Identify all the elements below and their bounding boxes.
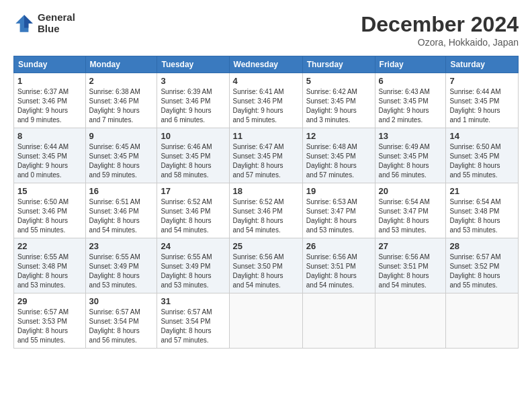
logo-icon <box>13 13 35 34</box>
calendar-cell: 21Sunrise: 6:54 AM Sunset: 3:48 PM Dayli… <box>446 183 519 238</box>
day-detail: Sunrise: 6:54 AM Sunset: 3:48 PM Dayligh… <box>449 197 515 235</box>
day-number: 15 <box>17 186 82 196</box>
calendar-cell: 18Sunrise: 6:52 AM Sunset: 3:46 PM Dayli… <box>229 183 302 238</box>
day-detail: Sunrise: 6:49 AM Sunset: 3:45 PM Dayligh… <box>379 142 443 180</box>
calendar-cell: 17Sunrise: 6:52 AM Sunset: 3:46 PM Dayli… <box>157 183 229 238</box>
calendar-cell: 7Sunrise: 6:44 AM Sunset: 3:45 PM Daylig… <box>446 73 519 128</box>
day-detail: Sunrise: 6:54 AM Sunset: 3:47 PM Dayligh… <box>379 197 443 235</box>
col-friday: Friday <box>375 56 446 73</box>
day-detail: Sunrise: 6:46 AM Sunset: 3:45 PM Dayligh… <box>161 142 225 180</box>
day-detail: Sunrise: 6:44 AM Sunset: 3:45 PM Dayligh… <box>17 142 82 180</box>
calendar-cell: 19Sunrise: 6:53 AM Sunset: 3:47 PM Dayli… <box>302 183 375 238</box>
calendar-cell: 14Sunrise: 6:50 AM Sunset: 3:45 PM Dayli… <box>446 128 519 183</box>
day-number: 9 <box>89 131 154 141</box>
day-detail: Sunrise: 6:48 AM Sunset: 3:45 PM Dayligh… <box>306 142 371 180</box>
day-number: 22 <box>17 241 82 251</box>
day-number: 26 <box>306 241 371 251</box>
calendar-week-row-1: 8Sunrise: 6:44 AM Sunset: 3:45 PM Daylig… <box>14 128 519 183</box>
logo: General Blue <box>13 12 75 34</box>
day-detail: Sunrise: 6:47 AM Sunset: 3:45 PM Dayligh… <box>233 142 299 180</box>
day-number: 21 <box>449 186 515 196</box>
calendar-cell: 24Sunrise: 6:55 AM Sunset: 3:49 PM Dayli… <box>157 238 229 293</box>
day-number: 27 <box>379 241 443 251</box>
day-detail: Sunrise: 6:45 AM Sunset: 3:45 PM Dayligh… <box>89 142 154 180</box>
calendar-cell: 11Sunrise: 6:47 AM Sunset: 3:45 PM Dayli… <box>229 128 302 183</box>
col-sunday: Sunday <box>14 56 86 73</box>
calendar-cell <box>375 293 446 349</box>
day-number: 5 <box>306 76 371 86</box>
day-number: 31 <box>161 296 225 306</box>
calendar-cell: 6Sunrise: 6:43 AM Sunset: 3:45 PM Daylig… <box>375 73 446 128</box>
calendar-cell: 10Sunrise: 6:46 AM Sunset: 3:45 PM Dayli… <box>157 128 229 183</box>
calendar-cell: 3Sunrise: 6:39 AM Sunset: 3:46 PM Daylig… <box>157 73 229 128</box>
day-detail: Sunrise: 6:55 AM Sunset: 3:49 PM Dayligh… <box>161 253 225 290</box>
day-number: 23 <box>89 241 154 251</box>
calendar-week-row-3: 22Sunrise: 6:55 AM Sunset: 3:48 PM Dayli… <box>14 238 519 293</box>
day-detail: Sunrise: 6:50 AM Sunset: 3:45 PM Dayligh… <box>449 142 515 180</box>
day-number: 14 <box>449 131 515 141</box>
calendar-week-row-0: 1Sunrise: 6:37 AM Sunset: 3:46 PM Daylig… <box>14 73 519 128</box>
calendar-cell: 29Sunrise: 6:57 AM Sunset: 3:53 PM Dayli… <box>14 293 86 349</box>
calendar-cell: 25Sunrise: 6:56 AM Sunset: 3:50 PM Dayli… <box>229 238 302 293</box>
day-number: 10 <box>161 131 225 141</box>
calendar-cell: 2Sunrise: 6:38 AM Sunset: 3:46 PM Daylig… <box>85 73 157 128</box>
day-detail: Sunrise: 6:43 AM Sunset: 3:45 PM Dayligh… <box>379 87 443 125</box>
calendar-table: Sunday Monday Tuesday Wednesday Thursday… <box>13 56 519 349</box>
day-number: 12 <box>306 131 371 141</box>
day-number: 18 <box>233 186 299 196</box>
calendar-cell: 16Sunrise: 6:51 AM Sunset: 3:46 PM Dayli… <box>85 183 157 238</box>
col-thursday: Thursday <box>302 56 375 73</box>
day-detail: Sunrise: 6:41 AM Sunset: 3:46 PM Dayligh… <box>233 87 299 125</box>
header: General Blue December 2024 Ozora, Hokkai… <box>13 12 519 48</box>
month-title: December 2024 <box>361 12 519 37</box>
page: General Blue December 2024 Ozora, Hokkai… <box>0 0 532 355</box>
day-number: 1 <box>17 76 82 86</box>
col-monday: Monday <box>85 56 157 73</box>
day-number: 7 <box>449 76 515 86</box>
calendar-cell: 26Sunrise: 6:56 AM Sunset: 3:51 PM Dayli… <box>302 238 375 293</box>
day-number: 19 <box>306 186 371 196</box>
day-number: 16 <box>89 186 154 196</box>
calendar-cell: 12Sunrise: 6:48 AM Sunset: 3:45 PM Dayli… <box>302 128 375 183</box>
day-number: 25 <box>233 241 299 251</box>
day-number: 8 <box>17 131 82 141</box>
svg-marker-1 <box>24 15 33 28</box>
day-detail: Sunrise: 6:57 AM Sunset: 3:52 PM Dayligh… <box>449 253 515 290</box>
day-detail: Sunrise: 6:55 AM Sunset: 3:49 PM Dayligh… <box>89 253 154 290</box>
location: Ozora, Hokkaido, Japan <box>361 37 519 48</box>
day-detail: Sunrise: 6:50 AM Sunset: 3:46 PM Dayligh… <box>17 197 82 235</box>
day-number: 28 <box>449 241 515 251</box>
day-number: 24 <box>161 241 225 251</box>
day-detail: Sunrise: 6:37 AM Sunset: 3:46 PM Dayligh… <box>17 87 82 125</box>
day-detail: Sunrise: 6:56 AM Sunset: 3:51 PM Dayligh… <box>306 253 371 290</box>
day-detail: Sunrise: 6:57 AM Sunset: 3:53 PM Dayligh… <box>17 308 82 345</box>
day-detail: Sunrise: 6:44 AM Sunset: 3:45 PM Dayligh… <box>449 87 515 125</box>
calendar-cell: 23Sunrise: 6:55 AM Sunset: 3:49 PM Dayli… <box>85 238 157 293</box>
calendar-cell <box>229 293 302 349</box>
col-tuesday: Tuesday <box>157 56 229 73</box>
day-detail: Sunrise: 6:39 AM Sunset: 3:46 PM Dayligh… <box>161 87 225 125</box>
day-number: 29 <box>17 296 82 306</box>
day-detail: Sunrise: 6:38 AM Sunset: 3:46 PM Dayligh… <box>89 87 154 125</box>
day-number: 13 <box>379 131 443 141</box>
calendar-cell: 27Sunrise: 6:56 AM Sunset: 3:51 PM Dayli… <box>375 238 446 293</box>
day-number: 6 <box>379 76 443 86</box>
day-detail: Sunrise: 6:51 AM Sunset: 3:46 PM Dayligh… <box>89 197 154 235</box>
day-detail: Sunrise: 6:56 AM Sunset: 3:50 PM Dayligh… <box>233 253 299 290</box>
title-block: December 2024 Ozora, Hokkaido, Japan <box>361 12 519 48</box>
day-number: 30 <box>89 296 154 306</box>
day-detail: Sunrise: 6:57 AM Sunset: 3:54 PM Dayligh… <box>161 308 225 345</box>
calendar-cell: 1Sunrise: 6:37 AM Sunset: 3:46 PM Daylig… <box>14 73 86 128</box>
calendar-cell: 28Sunrise: 6:57 AM Sunset: 3:52 PM Dayli… <box>446 238 519 293</box>
day-number: 20 <box>379 186 443 196</box>
calendar-cell: 9Sunrise: 6:45 AM Sunset: 3:45 PM Daylig… <box>85 128 157 183</box>
calendar-cell: 22Sunrise: 6:55 AM Sunset: 3:48 PM Dayli… <box>14 238 86 293</box>
day-number: 11 <box>233 131 299 141</box>
calendar-cell: 30Sunrise: 6:57 AM Sunset: 3:54 PM Dayli… <box>85 293 157 349</box>
calendar-cell: 4Sunrise: 6:41 AM Sunset: 3:46 PM Daylig… <box>229 73 302 128</box>
day-number: 17 <box>161 186 225 196</box>
day-detail: Sunrise: 6:52 AM Sunset: 3:46 PM Dayligh… <box>233 197 299 235</box>
calendar-cell: 31Sunrise: 6:57 AM Sunset: 3:54 PM Dayli… <box>157 293 229 349</box>
calendar-week-row-4: 29Sunrise: 6:57 AM Sunset: 3:53 PM Dayli… <box>14 293 519 349</box>
calendar-cell <box>446 293 519 349</box>
